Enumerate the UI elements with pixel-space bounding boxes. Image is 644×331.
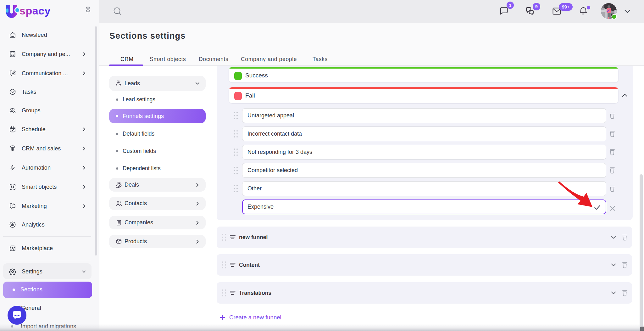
svg-text:spacy: spacy: [19, 5, 50, 17]
